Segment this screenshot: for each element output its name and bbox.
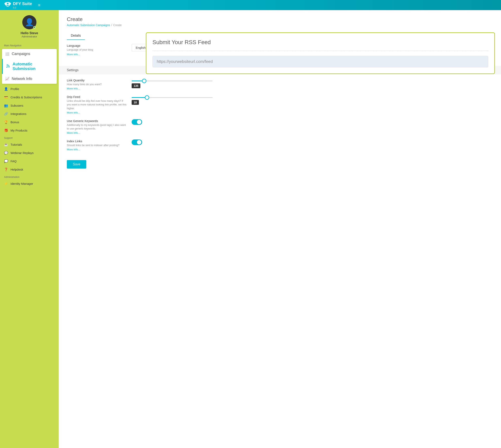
link-quantity-slider-container <box>132 79 213 82</box>
drip-feed-info: Drip Feed Links should be drip fed over … <box>67 95 128 114</box>
link-quantity-info: Link Quantity How many links do you want… <box>67 79 128 90</box>
link-quantity-label: Link Quantity <box>67 79 128 82</box>
sidebar-item-bonus[interactable]: 🏆Bonus <box>0 118 59 126</box>
rss-icon <box>6 64 10 69</box>
sidebar-item-identity[interactable]: ⚡Identity Manager <box>0 179 59 188</box>
sidebar-item-label: Bonus <box>11 120 19 124</box>
avatar: 👤 <box>22 15 36 29</box>
drip-feed-label: Drip Feed <box>67 95 128 98</box>
logo-text: DFY Suite <box>13 1 32 6</box>
my-products-icon: 🎁 <box>4 128 8 132</box>
svg-point-1 <box>7 3 9 4</box>
sidebar-item-label: Profile <box>11 87 19 91</box>
webinar-icon: 💬 <box>4 151 8 155</box>
drip-feed-row: Drip Feed Links should be drip fed over … <box>67 95 493 114</box>
user-icon: 👤 <box>25 18 34 27</box>
sidebar-item-integrations[interactable]: 🔗Integrations <box>0 110 59 118</box>
drip-feed-more-info[interactable]: More info... <box>67 111 128 114</box>
sidebar-item-network-info[interactable]: 📈 Network Info <box>2 74 57 84</box>
rss-feed-input[interactable] <box>152 56 488 67</box>
sidebar: 👤 Hello Steve Administrator Main Navigat… <box>0 10 59 448</box>
user-role: Administrator <box>22 35 37 38</box>
sidebar-item-automatic-submission[interactable]: Automatic Submission <box>2 59 57 74</box>
sidebar-item-label: Identity Manager <box>11 182 33 185</box>
sidebar-item-label: Subusers <box>11 104 23 107</box>
campaigns-label: Campaigns <box>12 52 30 56</box>
sidebar-item-campaigns[interactable]: ⬜ Campaigns <box>2 49 57 59</box>
bonus-icon: 🏆 <box>4 120 8 124</box>
generic-keywords-label: Use Generic Keywords <box>67 119 128 123</box>
hamburger-menu-icon[interactable]: ≡ <box>38 3 40 7</box>
index-links-row: Index Links Should links be sent to inde… <box>67 139 493 151</box>
svg-point-2 <box>6 66 7 68</box>
index-links-more-info[interactable]: More info... <box>67 148 128 151</box>
sidebar-item-credits[interactable]: 💳Credits & Subscriptions <box>0 93 59 101</box>
sidebar-item-profile[interactable]: 👤Profile <box>0 85 59 93</box>
index-links-info: Index Links Should links be sent to inde… <box>67 139 128 151</box>
drip-feed-desc: Links should be drip fed over how many d… <box>67 99 128 110</box>
user-greeting: Hello Steve <box>21 31 38 35</box>
integrations-icon: 🔗 <box>4 112 8 116</box>
faq-icon: 💭 <box>4 159 8 163</box>
generic-keywords-desc: Additionally to my keywords (post tags) … <box>67 123 128 130</box>
account-nav: 👤Profile💳Credits & Subscriptions👥Subuser… <box>0 85 59 135</box>
rss-popup: Submit Your RSS Feed <box>146 32 495 74</box>
helpdesk-icon: ❓ <box>4 168 8 171</box>
sidebar-item-faq[interactable]: 💭FAQ <box>0 157 59 165</box>
sidebar-item-subusers[interactable]: 👥Subusers <box>0 101 59 110</box>
language-more-info[interactable]: More info... <box>67 53 128 56</box>
rss-popup-title: Submit Your RSS Feed <box>152 39 488 46</box>
drip-feed-slider[interactable] <box>132 97 213 98</box>
generic-keywords-toggle[interactable] <box>132 119 142 125</box>
drip-feed-control: 18 <box>132 95 493 105</box>
index-links-toggle[interactable] <box>132 139 142 145</box>
save-button[interactable]: Save <box>67 160 86 169</box>
generic-keywords-more-info[interactable]: More info... <box>67 131 128 134</box>
main-content: Create Automatic Submission Campaigns / … <box>59 10 501 448</box>
link-quantity-control: 135 <box>132 79 493 88</box>
sidebar-item-tutorials[interactable]: ☕Tutorials <box>0 140 59 149</box>
identity-icon: ⚡ <box>4 182 8 186</box>
sidebar-item-label: Integrations <box>11 112 26 115</box>
top-header: DFY Suite 5.0 ≡ <box>0 0 501 10</box>
drip-feed-value: 18 <box>132 100 139 105</box>
index-links-desc: Should links be sent to indexer after po… <box>67 144 128 147</box>
main-nav-label: Main Navigation <box>0 42 59 48</box>
subusers-icon: 👥 <box>4 104 8 108</box>
generic-keywords-control <box>132 119 493 125</box>
profile-icon: 👤 <box>4 87 8 91</box>
breadcrumb: Automatic Submission Campaigns / Create <box>67 23 493 27</box>
sidebar-item-my-products[interactable]: 🎁My Products <box>0 126 59 135</box>
link-quantity-more-info[interactable]: More info... <box>67 87 128 90</box>
index-links-control <box>132 139 493 145</box>
sidebar-item-webinar[interactable]: 💬Webinar Replays <box>0 149 59 157</box>
tutorials-icon: ☕ <box>4 143 8 146</box>
sidebar-item-label: Helpdesk <box>11 168 23 171</box>
network-icon: 📈 <box>5 77 9 81</box>
breadcrumb-separator: / <box>111 23 112 27</box>
logo-version: 5.0 <box>13 6 32 9</box>
page-title: Create <box>67 16 493 22</box>
sidebar-item-helpdesk[interactable]: ❓Helpdesk <box>0 165 59 174</box>
link-quantity-slider[interactable] <box>132 80 213 81</box>
campaigns-card: ⬜ Campaigns Automatic Submission 📈 Netwo… <box>2 49 57 84</box>
auto-submission-label: Automatic Submission <box>13 62 53 71</box>
admin-nav: ⚡Identity Manager <box>0 179 59 188</box>
sidebar-item-label: My Products <box>11 129 27 132</box>
support-nav: ☕Tutorials💬Webinar Replays💭FAQ❓Helpdesk <box>0 140 59 174</box>
language-desc: Language of your blog <box>67 48 128 51</box>
link-quantity-desc: How many links do you want? <box>67 82 128 86</box>
generic-keywords-info: Use Generic Keywords Additionally to my … <box>67 119 128 134</box>
breadcrumb-parent[interactable]: Automatic Submission Campaigns <box>67 23 110 27</box>
layout: 👤 Hello Steve Administrator Main Navigat… <box>0 10 501 448</box>
drip-feed-slider-container <box>132 95 213 99</box>
details-tab[interactable]: Details <box>67 32 85 40</box>
sidebar-item-label: FAQ <box>11 160 17 163</box>
breadcrumb-current: Create <box>113 23 122 27</box>
administration-label: Administration <box>0 174 59 179</box>
index-links-label: Index Links <box>67 139 128 143</box>
logo-icon <box>4 2 11 9</box>
support-label: Support <box>0 135 59 140</box>
link-quantity-value: 135 <box>132 83 140 88</box>
network-info-label: Network Info <box>12 77 32 81</box>
